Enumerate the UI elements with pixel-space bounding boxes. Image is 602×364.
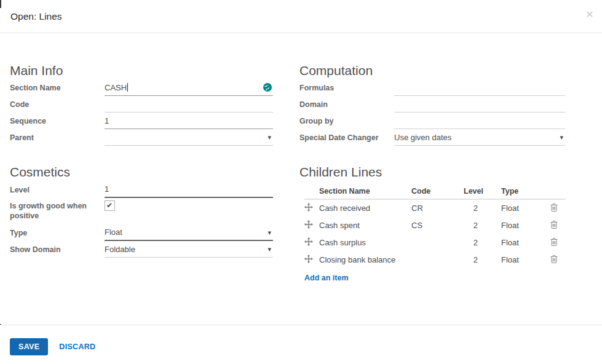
level-value: 1 (105, 184, 109, 194)
field-row-special-date-changer: Special Date Changer Use given dates ▾ (299, 129, 565, 146)
group-by-field[interactable] (394, 113, 565, 129)
trash-icon[interactable] (550, 220, 558, 229)
special-date-changer-value: Use given dates (394, 133, 451, 142)
children-lines-table: Section Name Code Level Type Cash receiv… (304, 183, 566, 268)
show-domain-value: Foldable (105, 245, 135, 254)
drag-handle-icon[interactable] (304, 255, 313, 263)
column-header-code[interactable]: Code (411, 183, 464, 199)
section-name-label: Section Name (10, 83, 105, 93)
drag-handle-icon[interactable] (304, 203, 313, 212)
discard-button[interactable]: DISCARD (59, 338, 95, 351)
domain-field[interactable] (394, 96, 565, 113)
dialog-title: Open: Lines (10, 11, 62, 22)
parent-label: Parent (10, 133, 105, 143)
level-field[interactable]: 1 (105, 181, 273, 198)
table-row: Cash surplus2Float (304, 234, 566, 251)
row-type[interactable]: Float (501, 199, 550, 216)
field-row-parent: Parent ▾ (10, 129, 273, 146)
column-header-section-name[interactable]: Section Name (319, 183, 411, 199)
field-row-domain: Domain (299, 96, 565, 113)
type-value: Float (105, 228, 122, 237)
code-field[interactable] (105, 96, 273, 113)
show-domain-label: Show Domain (10, 245, 105, 255)
left-column: Main Info Section Name CASH Code (10, 33, 273, 283)
row-code[interactable] (411, 234, 464, 251)
section-name-value: CASH (105, 83, 127, 92)
row-level[interactable]: 2 (464, 199, 501, 216)
column-header-type[interactable]: Type (501, 183, 550, 199)
growth-label: Is growth good when positive (10, 199, 105, 221)
field-row-group-by: Group by (299, 113, 565, 129)
row-code[interactable] (411, 251, 464, 268)
growth-checkbox[interactable] (105, 200, 115, 211)
row-section-name[interactable]: Cash received (319, 199, 411, 216)
row-section-name[interactable]: Cash surplus (319, 234, 411, 251)
table-row: Closing bank balance2Float (304, 251, 566, 268)
row-level[interactable]: 2 (464, 234, 501, 251)
row-type[interactable]: Float (501, 216, 550, 234)
row-type[interactable]: Float (501, 234, 550, 251)
special-date-changer-dropdown[interactable]: Use given dates ▾ (394, 129, 565, 146)
table-row: Cash spentCS2Float (304, 216, 566, 234)
children-lines-heading: Children Lines (299, 165, 565, 180)
row-code[interactable]: CS (411, 216, 464, 234)
formulas-label: Formulas (299, 83, 394, 93)
table-row: Cash receivedCR2Float (304, 199, 566, 216)
save-button[interactable]: SAVE (10, 338, 48, 355)
cosmetics-heading: Cosmetics (10, 165, 273, 180)
section-name-field[interactable]: CASH (105, 79, 273, 96)
field-row-show-domain: Show Domain Foldable ▾ (10, 241, 273, 258)
domain-label: Domain (299, 100, 394, 109)
level-label: Level (10, 185, 105, 195)
field-row-growth: Is growth good when positive (10, 198, 273, 224)
group-by-label: Group by (299, 116, 394, 126)
field-row-sequence: Sequence 1 (10, 113, 273, 129)
column-header-level[interactable]: Level (464, 183, 501, 199)
close-icon[interactable]: × (586, 7, 593, 20)
add-an-item-link[interactable]: Add an item (304, 274, 349, 282)
drag-handle-icon[interactable] (304, 220, 313, 229)
trash-icon[interactable] (550, 255, 558, 263)
row-type[interactable]: Float (501, 251, 550, 268)
field-row-formulas: Formulas (299, 79, 565, 96)
dialog-footer: SAVE DISCARD (0, 325, 602, 364)
drag-handle-icon[interactable] (304, 237, 313, 246)
special-date-changer-label: Special Date Changer (299, 133, 394, 143)
row-level[interactable]: 2 (464, 216, 501, 234)
field-row-type: Type Float ▾ (10, 224, 273, 241)
children-lines-body: Cash receivedCR2FloatCash spentCS2FloatC… (304, 199, 566, 268)
type-dropdown[interactable]: Float ▾ (105, 224, 273, 241)
row-section-name[interactable]: Cash spent (319, 216, 411, 234)
computation-heading: Computation (299, 63, 565, 78)
sequence-value: 1 (105, 116, 109, 125)
dialog-body: Main Info Section Name CASH Code (0, 33, 602, 283)
chevron-down-icon: ▾ (560, 133, 563, 141)
field-row-code: Code (10, 96, 273, 113)
row-code[interactable]: CR (411, 199, 464, 216)
chevron-down-icon: ▾ (267, 133, 271, 141)
table-header-row: Section Name Code Level Type (304, 183, 566, 199)
formulas-field[interactable] (394, 79, 565, 96)
dialog-header: Open: Lines × (0, 0, 602, 33)
parent-dropdown[interactable]: ▾ (105, 129, 273, 146)
field-row-level: Level 1 (10, 181, 273, 198)
field-row-section-name: Section Name CASH (10, 79, 273, 96)
row-section-name[interactable]: Closing bank balance (319, 251, 411, 268)
sequence-field[interactable]: 1 (105, 113, 273, 129)
code-label: Code (10, 100, 105, 109)
text-cursor (127, 83, 128, 92)
trash-icon[interactable] (550, 203, 558, 212)
sequence-label: Sequence (10, 116, 105, 126)
chevron-down-icon: ▾ (267, 245, 271, 253)
translate-globe-icon[interactable] (263, 83, 272, 92)
type-label: Type (10, 228, 105, 238)
chevron-down-icon: ▾ (267, 228, 271, 236)
row-level[interactable]: 2 (464, 251, 501, 268)
right-column: Computation Formulas Domain Group by Spe… (299, 33, 565, 283)
main-info-heading: Main Info (10, 63, 273, 78)
show-domain-dropdown[interactable]: Foldable ▾ (105, 241, 273, 258)
trash-icon[interactable] (550, 237, 558, 246)
